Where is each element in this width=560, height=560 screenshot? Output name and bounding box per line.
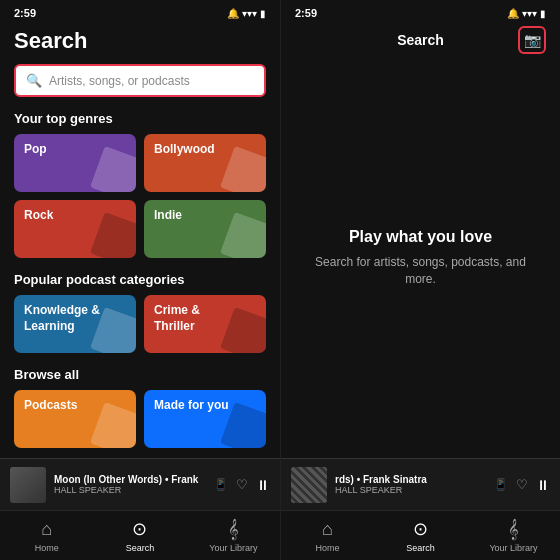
notification-icon: 🔔: [227, 8, 239, 19]
device-icon-left: 📱: [214, 478, 228, 491]
library-icon-left: 𝄞: [228, 519, 239, 540]
camera-button[interactable]: 📷: [518, 26, 546, 54]
genre-label-podcasts: Podcasts: [24, 398, 77, 414]
right-header: Search 📷: [281, 22, 560, 58]
device-icon-right: 📱: [494, 478, 508, 491]
nav-label-home-left: Home: [35, 543, 59, 553]
right-panel: 2:59 🔔 ▾▾▾ ▮ Search 📷 Play what you love…: [280, 0, 560, 560]
status-icons-right: 🔔 ▾▾▾ ▮: [507, 8, 546, 19]
genre-art-pop: [90, 146, 136, 192]
now-playing-bar-right[interactable]: rds) • Frank Sinatra HALL SPEAKER 📱 ♡ ⏸: [281, 458, 560, 510]
now-playing-artist-right: HALL SPEAKER: [335, 485, 486, 495]
heart-button-right[interactable]: ♡: [516, 477, 528, 492]
nav-label-library-left: Your Library: [209, 543, 257, 553]
right-header-title: Search: [397, 32, 444, 48]
home-icon-right: ⌂: [322, 519, 333, 540]
genre-label-rock: Rock: [24, 208, 53, 224]
genre-card-podcasts[interactable]: Podcasts: [14, 390, 136, 448]
pause-button-left[interactable]: ⏸: [256, 477, 270, 493]
nav-label-search-right: Search: [406, 543, 435, 553]
nav-label-home-right: Home: [315, 543, 339, 553]
pause-button-right[interactable]: ⏸: [536, 477, 550, 493]
podcast-grid: Knowledge &Learning Crime &Thriller: [14, 295, 266, 353]
nav-item-library-left[interactable]: 𝄞 Your Library: [187, 519, 280, 553]
now-playing-bar-left[interactable]: Moon (In Other Words) • Frank HALL SPEAK…: [0, 458, 280, 510]
left-panel: 2:59 🔔 ▾▾▾ ▮ Search 🔍 Artists, songs, or…: [0, 0, 280, 560]
heart-button-left[interactable]: ♡: [236, 477, 248, 492]
search-bar[interactable]: 🔍 Artists, songs, or podcasts: [14, 64, 266, 97]
nav-label-library-right: Your Library: [489, 543, 537, 553]
play-what-title: Play what you love: [349, 228, 492, 246]
wifi-icon: ▾▾▾: [242, 8, 257, 19]
browse-grid: Podcasts Made for you: [14, 390, 266, 448]
nav-item-search-right[interactable]: ⊙ Search: [374, 518, 467, 553]
status-bar-right: 2:59 🔔 ▾▾▾ ▮: [281, 0, 560, 22]
genre-card-pop[interactable]: Pop: [14, 134, 136, 192]
genre-card-knowledge[interactable]: Knowledge &Learning: [14, 295, 136, 353]
battery-icon-right: ▮: [540, 8, 546, 19]
podcast-categories-label: Popular podcast categories: [14, 272, 266, 287]
genre-card-crime[interactable]: Crime &Thriller: [144, 295, 266, 353]
genre-card-made-for-you[interactable]: Made for you: [144, 390, 266, 448]
genre-label-pop: Pop: [24, 142, 47, 158]
bottom-nav-right: ⌂ Home ⊙ Search 𝄞 Your Library: [281, 510, 560, 560]
nav-item-search-left[interactable]: ⊙ Search: [93, 518, 186, 553]
top-genres-label: Your top genres: [14, 111, 266, 126]
genre-art-podcasts: [90, 402, 136, 448]
genre-art-indie: [220, 212, 266, 258]
now-playing-artist-left: HALL SPEAKER: [54, 485, 206, 495]
genre-label-crime: Crime &Thriller: [154, 303, 200, 334]
search-nav-icon-right: ⊙: [413, 518, 428, 540]
notification-icon-right: 🔔: [507, 8, 519, 19]
now-playing-title-left: Moon (In Other Words) • Frank: [54, 474, 206, 485]
camera-icon: 📷: [524, 32, 541, 48]
wifi-icon-right: ▾▾▾: [522, 8, 537, 19]
genre-label-knowledge: Knowledge &Learning: [24, 303, 100, 334]
search-input-placeholder: Artists, songs, or podcasts: [49, 74, 190, 88]
top-genres-grid: Pop Bollywood Rock Indie: [14, 134, 266, 258]
genre-label-bollywood: Bollywood: [154, 142, 215, 158]
now-playing-title-right: rds) • Frank Sinatra: [335, 474, 486, 485]
genre-art-rock: [90, 212, 136, 258]
page-title-left: Search: [14, 28, 266, 54]
battery-icon: ▮: [260, 8, 266, 19]
home-icon-left: ⌂: [41, 519, 52, 540]
genre-label-made-for-you: Made for you: [154, 398, 229, 414]
play-what-subtitle: Search for artists, songs, podcasts, and…: [301, 254, 540, 288]
search-nav-icon-left: ⊙: [132, 518, 147, 540]
library-icon-right: 𝄞: [508, 519, 519, 540]
now-playing-info-right: rds) • Frank Sinatra HALL SPEAKER: [335, 474, 486, 495]
nav-label-search-left: Search: [126, 543, 155, 553]
genre-art-bollywood: [220, 146, 266, 192]
right-main-content: Play what you love Search for artists, s…: [281, 58, 560, 458]
now-playing-thumb-left: [10, 467, 46, 503]
genre-art-crime: [220, 307, 266, 353]
browse-all-label: Browse all: [14, 367, 266, 382]
genre-card-rock[interactable]: Rock: [14, 200, 136, 258]
bottom-nav-left: ⌂ Home ⊙ Search 𝄞 Your Library: [0, 510, 280, 560]
status-time-right: 2:59: [295, 7, 317, 19]
now-playing-thumb-right: [291, 467, 327, 503]
nav-item-home-right[interactable]: ⌂ Home: [281, 519, 374, 553]
status-time-left: 2:59: [14, 7, 36, 19]
nav-item-library-right[interactable]: 𝄞 Your Library: [467, 519, 560, 553]
genre-card-indie[interactable]: Indie: [144, 200, 266, 258]
now-playing-info-left: Moon (In Other Words) • Frank HALL SPEAK…: [54, 474, 206, 495]
nav-item-home-left[interactable]: ⌂ Home: [0, 519, 93, 553]
left-scroll-content: Search 🔍 Artists, songs, or podcasts You…: [0, 22, 280, 458]
status-bar-left: 2:59 🔔 ▾▾▾ ▮: [0, 0, 280, 22]
genre-card-bollywood[interactable]: Bollywood: [144, 134, 266, 192]
status-icons-left: 🔔 ▾▾▾ ▮: [227, 8, 266, 19]
search-icon: 🔍: [26, 73, 42, 88]
genre-label-indie: Indie: [154, 208, 182, 224]
